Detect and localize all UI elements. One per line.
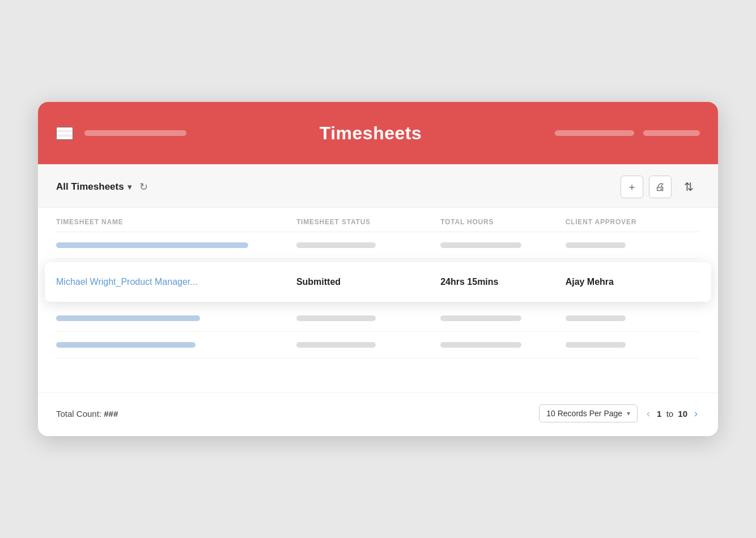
- toolbar: All Timesheets ▾ ↻ ＋ 🖨 ⇅: [38, 164, 718, 208]
- skeleton-bar: [296, 315, 376, 321]
- skeleton-bar: [56, 242, 248, 248]
- add-button[interactable]: ＋: [621, 176, 643, 198]
- page-from: 1: [657, 409, 661, 419]
- skeleton-bar: [296, 242, 376, 248]
- skeleton-bar: [440, 315, 521, 321]
- header-left: [56, 127, 186, 140]
- timesheet-status: Submitted: [296, 277, 440, 287]
- filter-label: All Timesheets: [56, 181, 124, 193]
- plus-icon: ＋: [627, 180, 637, 194]
- header-placeholder-right1: [555, 130, 634, 136]
- records-per-page-label: 10 Records Per Page: [546, 409, 622, 418]
- skeleton-row-3: [56, 332, 700, 358]
- next-page-button[interactable]: ›: [692, 408, 700, 420]
- spacer: [56, 358, 700, 392]
- total-count: Total Count: ###: [56, 409, 118, 419]
- timesheet-hours: 24hrs 15mins: [440, 277, 565, 287]
- printer-icon: 🖨: [655, 181, 665, 193]
- header-placeholder-left: [84, 130, 186, 136]
- col-header-status: TIMESHEET STATUS: [296, 218, 440, 226]
- skeleton-bar: [566, 242, 626, 248]
- records-per-page-select[interactable]: 10 Records Per Page ▾: [539, 404, 638, 422]
- page-title: Timesheets: [186, 123, 555, 144]
- sort-button[interactable]: ⇅: [677, 176, 700, 198]
- col-header-hours: TOTAL HOURS: [440, 218, 565, 226]
- total-count-value: ###: [104, 409, 118, 419]
- total-count-label: Total Count:: [56, 409, 101, 419]
- skeleton-bar: [566, 315, 626, 321]
- page-separator: to: [666, 409, 674, 419]
- col-header-approver: CLIENT APPROVER: [566, 218, 700, 226]
- table-section: TIMESHEET NAME TIMESHEET STATUS TOTAL HO…: [38, 208, 718, 392]
- pagination-nav: ‹ 1 to 10 ›: [644, 408, 700, 420]
- highlighted-row[interactable]: Michael Wright_Product Manager... Submit…: [45, 262, 711, 302]
- footer: Total Count: ### 10 Records Per Page ▾ ‹…: [38, 392, 718, 436]
- refresh-button[interactable]: ↻: [139, 181, 148, 193]
- header-right: [555, 130, 700, 136]
- skeleton-bar: [440, 242, 521, 248]
- toolbar-left: All Timesheets ▾ ↻: [56, 181, 148, 193]
- header: Timesheets: [38, 102, 718, 164]
- toolbar-right: ＋ 🖨 ⇅: [621, 176, 700, 198]
- skeleton-bar: [56, 315, 200, 321]
- skeleton-bar: [296, 342, 376, 348]
- header-placeholder-right2: [643, 130, 700, 136]
- page-to: 10: [678, 409, 687, 419]
- skeleton-bar: [440, 342, 521, 348]
- skeleton-row-1: [56, 232, 700, 259]
- app-container: Timesheets All Timesheets ▾ ↻ ＋ 🖨 ⇅: [38, 102, 718, 436]
- hamburger-menu-button[interactable]: [56, 127, 73, 140]
- page-range: 1 to 10: [657, 409, 687, 419]
- table-header: TIMESHEET NAME TIMESHEET STATUS TOTAL HO…: [56, 208, 700, 232]
- chevron-down-icon: ▾: [128, 182, 131, 191]
- sort-icon: ⇅: [684, 180, 694, 194]
- prev-page-button[interactable]: ‹: [644, 408, 652, 420]
- skeleton-row-2: [56, 305, 700, 332]
- chevron-down-icon: ▾: [627, 409, 630, 417]
- timesheet-approver: Ajay Mehra: [566, 277, 700, 287]
- skeleton-bar: [56, 342, 196, 348]
- timesheet-name-link[interactable]: Michael Wright_Product Manager...: [56, 277, 198, 287]
- skeleton-bar: [566, 342, 626, 348]
- filter-dropdown-button[interactable]: All Timesheets ▾: [56, 181, 131, 193]
- pagination-controls: 10 Records Per Page ▾ ‹ 1 to 10 ›: [539, 404, 700, 422]
- print-button[interactable]: 🖨: [649, 176, 672, 198]
- col-header-name: TIMESHEET NAME: [56, 218, 296, 226]
